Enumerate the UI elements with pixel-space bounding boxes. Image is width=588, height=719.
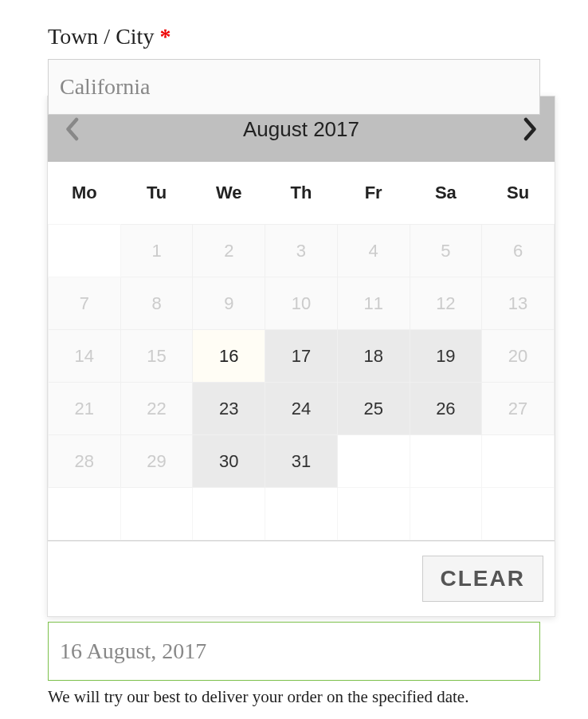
calendar-row: 14151617181920	[49, 330, 555, 383]
calendar-day-18[interactable]: 18	[337, 330, 410, 383]
calendar-day-5: 5	[410, 225, 482, 277]
weekday-sa: Sa	[410, 162, 482, 225]
weekday-mo: Mo	[49, 162, 121, 225]
calendar-cell-empty	[337, 435, 410, 488]
calendar-day-11: 11	[337, 277, 410, 330]
calendar-day-21: 21	[49, 383, 121, 435]
calendar-day-19[interactable]: 19	[410, 330, 482, 383]
town-city-input[interactable]	[48, 59, 540, 115]
datepicker-popup: August 2017 Mo Tu We Th Fr Sa Su 1234567…	[47, 96, 555, 617]
weekday-fr: Fr	[337, 162, 410, 225]
calendar-day-15: 15	[120, 330, 193, 383]
weekday-th: Th	[265, 162, 338, 225]
clear-button[interactable]: CLEAR	[422, 556, 543, 602]
calendar-cell-empty	[410, 435, 482, 488]
calendar-row: 28293031	[49, 435, 555, 488]
town-city-label-text: Town / City	[48, 24, 154, 49]
calendar-day-8: 8	[120, 277, 193, 330]
weekday-su: Su	[482, 162, 555, 225]
calendar-day-14: 14	[49, 330, 121, 383]
calendar-day-10: 10	[265, 277, 338, 330]
datepicker-footer: CLEAR	[48, 540, 555, 616]
calendar-day-16[interactable]: 16	[193, 330, 265, 383]
calendar-cell-empty	[337, 488, 410, 540]
calendar-day-20: 20	[482, 330, 555, 383]
calendar-day-31[interactable]: 31	[265, 435, 338, 488]
calendar-row: 78910111213	[49, 277, 555, 330]
calendar-day-25[interactable]: 25	[337, 383, 410, 435]
selected-date-input[interactable]: 16 August, 2017	[48, 622, 540, 681]
calendar-day-24[interactable]: 24	[265, 383, 338, 435]
weekday-we: We	[193, 162, 265, 225]
chevron-right-icon	[523, 117, 538, 141]
delivery-help-text: We will try our best to deliver your ord…	[48, 686, 540, 708]
calendar-day-23[interactable]: 23	[193, 383, 265, 435]
calendar-cell-empty	[49, 225, 121, 277]
weekday-header-row: Mo Tu We Th Fr Sa Su	[49, 162, 555, 225]
calendar-cell-empty	[482, 435, 555, 488]
calendar-row: 21222324252627	[49, 383, 555, 435]
datepicker-month-title: August 2017	[243, 117, 359, 142]
next-month-button[interactable]	[521, 120, 540, 139]
calendar-day-17[interactable]: 17	[265, 330, 338, 383]
calendar-day-27: 27	[482, 383, 555, 435]
calendar-day-30[interactable]: 30	[193, 435, 265, 488]
calendar-day-22: 22	[120, 383, 193, 435]
calendar-day-13: 13	[482, 277, 555, 330]
town-city-label: Town / City *	[48, 24, 540, 49]
calendar-cell-empty	[120, 488, 193, 540]
datepicker-grid: Mo Tu We Th Fr Sa Su 1234567891011121314…	[48, 162, 555, 540]
calendar-day-12: 12	[410, 277, 482, 330]
required-indicator: *	[159, 24, 171, 49]
chevron-left-icon	[65, 117, 79, 141]
calendar-day-26[interactable]: 26	[410, 383, 482, 435]
calendar-day-2: 2	[193, 225, 265, 277]
weekday-tu: Tu	[120, 162, 193, 225]
calendar-cell-empty	[49, 488, 121, 540]
calendar-day-4: 4	[337, 225, 410, 277]
calendar-cell-empty	[193, 488, 265, 540]
calendar-day-7: 7	[49, 277, 121, 330]
prev-month-button[interactable]	[62, 120, 81, 139]
calendar-day-6: 6	[482, 225, 555, 277]
calendar-day-29: 29	[120, 435, 193, 488]
calendar-day-9: 9	[193, 277, 265, 330]
calendar-day-1: 1	[120, 225, 193, 277]
calendar-cell-empty	[265, 488, 338, 540]
calendar-row: 123456	[49, 225, 555, 277]
calendar-cell-empty	[482, 488, 555, 540]
calendar-cell-empty	[410, 488, 482, 540]
calendar-row	[49, 488, 555, 540]
calendar-day-3: 3	[265, 225, 338, 277]
calendar-day-28: 28	[49, 435, 121, 488]
